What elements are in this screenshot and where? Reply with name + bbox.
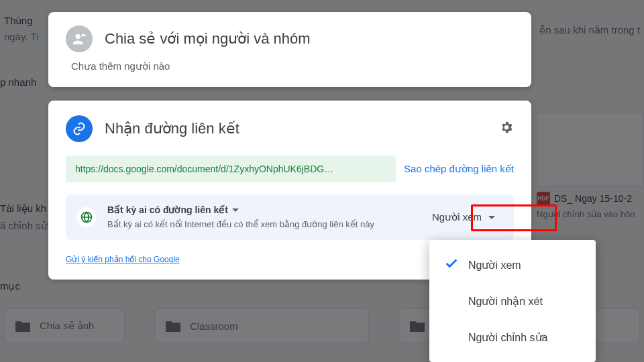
share-title: Chia sẻ với mọi người và nhóm [105,30,311,48]
role-menu: Người xem Người nhận xét Người chỉnh sửa [429,240,596,362]
share-card: Chia sẻ với mọi người và nhóm Chưa thêm … [48,12,531,87]
highlight-box [471,204,557,231]
access-desc: Bất kỳ ai có kết nối Internet đều có thể… [107,219,396,231]
link-url[interactable]: https://docs.google.com/document/d/1Zyxh… [66,156,396,182]
svg-point-0 [76,34,80,39]
menu-item-commenter[interactable]: Người nhận xét [429,283,596,319]
link-icon [66,115,93,142]
share-subtitle: Chưa thêm người nào [71,60,514,72]
globe-icon [76,207,97,227]
settings-button[interactable] [499,120,514,137]
svg-point-1 [81,34,84,36]
access-box: Bất kỳ ai có đường liên kết Bất kỳ ai có… [66,194,514,240]
check-icon [444,256,459,274]
access-scope-button[interactable]: Bất kỳ ai có đường liên kết [107,204,239,215]
feedback-link[interactable]: Gửi ý kiến phản hồi cho Google [66,255,180,264]
copy-link-button[interactable]: Sao chép đường liên kết [404,163,514,175]
link-title: Nhận đường liên kết [105,120,239,137]
menu-item-viewer[interactable]: Người xem [429,247,596,283]
chevron-down-icon [232,208,239,212]
people-icon [66,25,93,52]
menu-item-editor[interactable]: Người chỉnh sửa [429,319,596,355]
